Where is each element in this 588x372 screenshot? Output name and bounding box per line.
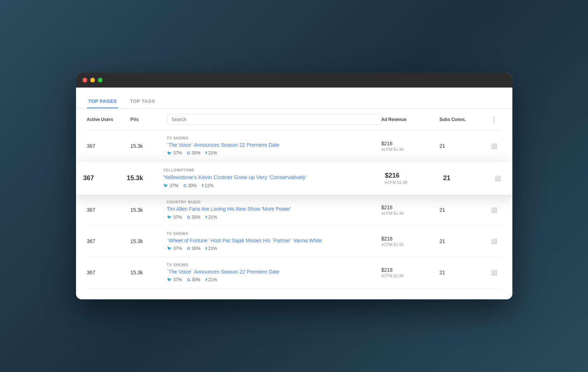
traffic-light-red[interactable] xyxy=(83,78,87,82)
google-icon: G xyxy=(187,246,191,251)
active-users-value: 367 xyxy=(87,238,131,244)
table-row: 367 15.3k TV SHOWS `The Voice` Announces… xyxy=(87,257,501,288)
row-category: YELLOWSTONE xyxy=(163,168,378,172)
row-social: 🐦 37% G 30% f 21% xyxy=(163,183,378,188)
floating-table-row: 367 15.3k YELLOWSTONE 'Yellowstone's Kev… xyxy=(76,162,512,195)
ad-revenue-value: $216 xyxy=(381,205,440,210)
row-category: TV SHOWS xyxy=(167,232,374,236)
row-content: YELLOWSTONE 'Yellowstone's Kevin Costner… xyxy=(163,168,385,188)
traffic-light-green[interactable] xyxy=(98,78,103,82)
google-stat: G 30% xyxy=(187,277,201,282)
twitter-stat: 🐦 37% xyxy=(167,150,182,155)
subs-value: 21 xyxy=(440,270,487,275)
google-icon: G xyxy=(184,183,187,188)
tab-top-pages[interactable]: TOP PAGES xyxy=(87,95,119,108)
tabs-container: TOP PAGES TOP TAGS xyxy=(76,88,512,109)
row-social: 🐦 37% G 30% f 21% xyxy=(167,215,374,220)
row-social: 🐦 37% G 30% f 21% xyxy=(167,246,374,251)
row-content: TV SHOWS `The Voice` Announces Season 22… xyxy=(167,263,381,282)
ecpm-value: eCPM $1.9B xyxy=(385,180,443,185)
subs-value: 21 xyxy=(440,207,487,213)
external-link-col: ⬜ xyxy=(487,269,501,276)
search-container xyxy=(167,114,381,125)
active-users-value: 367 xyxy=(87,143,131,149)
twitter-icon: 🐦 xyxy=(167,215,172,219)
active-users-value: 367 xyxy=(87,270,131,275)
external-link-icon[interactable]: ⬜ xyxy=(491,207,497,213)
ad-revenue-col: $216 eCPM $1.98 xyxy=(381,205,440,215)
pvs-value: 15.3k xyxy=(127,174,163,182)
facebook-stat: f 21% xyxy=(205,150,217,155)
facebook-icon: f xyxy=(205,151,207,155)
subs-value: 21 xyxy=(440,238,487,244)
active-users-value: 367 xyxy=(87,207,131,213)
ecpm-value: eCPM $1.98 xyxy=(381,147,440,151)
pvs-value: 15.3k xyxy=(131,270,167,275)
row-title[interactable]: 'Yellowstone's Kevin Costner Grew up Ver… xyxy=(163,174,378,181)
ad-revenue-value: $216 xyxy=(381,141,440,146)
twitter-icon: 🐦 xyxy=(167,277,172,282)
external-link-icon[interactable]: ⬜ xyxy=(491,238,497,244)
ad-revenue-col: $216 eCPM $1.98 xyxy=(381,267,440,278)
external-link-icon[interactable]: ⬜ xyxy=(495,175,501,181)
tab-top-tags[interactable]: TOP TAGS xyxy=(128,95,156,108)
traffic-light-yellow[interactable] xyxy=(90,78,95,82)
ad-revenue-value: $216 xyxy=(381,236,440,242)
row-category: TV SHOWS xyxy=(167,263,374,267)
external-link-col: ⬜ xyxy=(487,238,501,244)
twitter-stat: 🐦 37% xyxy=(163,183,179,188)
google-stat: G 30% xyxy=(187,215,201,220)
twitter-stat: 🐦 37% xyxy=(167,215,182,220)
twitter-icon: 🐦 xyxy=(167,246,172,251)
facebook-icon: f xyxy=(205,215,207,219)
more-options-button[interactable]: ⋮ xyxy=(487,116,501,124)
browser-titlebar xyxy=(76,73,512,88)
external-link-icon[interactable]: ⬜ xyxy=(491,143,497,149)
external-link-col: ⬜ xyxy=(487,207,501,213)
row-title[interactable]: `The Voice` Announces Season 22 Premiere… xyxy=(167,268,374,275)
ad-revenue-col: $216 eCPM $1.9B xyxy=(385,172,443,185)
external-link-col: ⬜ xyxy=(491,175,505,182)
row-title[interactable]: `The Voice` Announces Season 22 Premiere… xyxy=(167,142,374,148)
ecpm-value: eCPM $1.98 xyxy=(381,211,440,215)
twitter-stat: 🐦 37% xyxy=(167,246,182,251)
table-row: 367 15.3k COUNTRY MUSIC Tim Allen Fans A… xyxy=(87,194,501,226)
pvs-value: 15.3k xyxy=(131,207,167,213)
col-header-subs-convs: Subs Convs. xyxy=(440,117,487,122)
row-title[interactable]: Tim Allen Fans Are Loving His New Show '… xyxy=(167,206,374,212)
row-title[interactable]: `Wheel of Fortune` Host Pat Sajak Misses… xyxy=(167,237,374,244)
ecpm-value: eCPM $1.98 xyxy=(381,274,440,278)
twitter-stat: 🐦 37% xyxy=(167,277,182,282)
ad-revenue-col: $216 eCPM $1.98 xyxy=(381,141,440,151)
facebook-stat: f 21% xyxy=(205,246,217,251)
facebook-icon: f xyxy=(205,246,207,251)
search-input[interactable] xyxy=(167,114,381,125)
external-link-icon[interactable]: ⬜ xyxy=(491,270,497,275)
google-stat: G 30% xyxy=(187,150,201,155)
facebook-stat: f 21% xyxy=(202,183,213,188)
pvs-value: 15.3k xyxy=(131,143,167,149)
ecpm-value: eCPM $1.98 xyxy=(381,242,440,247)
google-icon: G xyxy=(187,278,191,282)
row-content: TV SHOWS `The Voice` Announces Season 22… xyxy=(167,136,381,155)
twitter-icon: 🐦 xyxy=(163,183,168,188)
ad-revenue-value: $216 xyxy=(385,172,443,179)
row-social: 🐦 37% G 30% f 21% xyxy=(167,150,374,155)
row-social: 🐦 37% G 30% f 21% xyxy=(167,277,374,282)
external-link-col: ⬜ xyxy=(487,143,501,149)
col-header-active-users: Active Users xyxy=(87,117,131,122)
subs-value: 21 xyxy=(440,143,487,149)
col-header-ad-revenue: Ad Revenue xyxy=(381,117,440,122)
google-stat: G 30% xyxy=(184,183,197,188)
facebook-stat: f 21% xyxy=(205,277,217,282)
google-stat: G 30% xyxy=(187,246,201,251)
table-row: 367 15.3k TV SHOWS `Wheel of Fortune` Ho… xyxy=(87,226,501,257)
active-users-value: 367 xyxy=(83,174,127,182)
facebook-stat: f 21% xyxy=(205,215,217,220)
facebook-icon: f xyxy=(202,183,203,188)
table-header: Active Users PVs Ad Revenue Subs Convs. … xyxy=(87,109,501,130)
twitter-icon: 🐦 xyxy=(167,151,172,155)
browser-window: TOP PAGES TOP TAGS Active Users PVs Ad R… xyxy=(76,73,512,299)
table-row: 367 15.3k TV SHOWS `The Voice` Announces… xyxy=(87,130,501,162)
rows-wrapper: 367 15.3k TV SHOWS `The Voice` Announces… xyxy=(87,130,501,288)
